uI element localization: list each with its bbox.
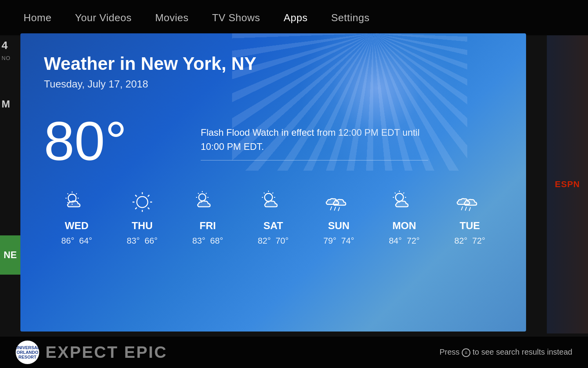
forecast-wed-temps: 86° 64° <box>61 236 92 246</box>
nav-your-videos[interactable]: Your Videos <box>75 12 131 24</box>
forecast-fri-temps: 83° 68° <box>192 236 223 246</box>
svg-line-16 <box>148 208 149 209</box>
svg-line-28 <box>272 193 273 193</box>
bottom-bar: UNIVERSALORLANDORESORT EXPECT EPIC Press… <box>0 337 588 368</box>
svg-point-17 <box>199 194 206 201</box>
green-strip: NE <box>0 235 20 275</box>
side-right-panel: ESPN <box>547 35 588 333</box>
nav-settings[interactable]: Settings <box>331 12 370 24</box>
forecast-sun-day: SUN <box>328 220 350 232</box>
svg-line-15 <box>135 208 137 209</box>
forecast-thu-icon <box>125 188 160 216</box>
bottom-left: UNIVERSALORLANDORESORT EXPECT EPIC <box>16 341 167 364</box>
nav-movies[interactable]: Movies <box>155 12 189 24</box>
svg-line-14 <box>148 195 149 197</box>
svg-line-6 <box>76 193 77 194</box>
current-temperature: 80° <box>44 114 169 169</box>
svg-line-38 <box>461 207 463 210</box>
forecast-sun-icon <box>321 188 356 216</box>
forecast-mon-temps: 84° 72° <box>389 236 420 246</box>
svg-line-29 <box>330 207 332 210</box>
forecast-thu-day: THU <box>132 220 152 232</box>
left-panel-sub: NO <box>2 55 11 61</box>
top-nav: Home Your Videos Movies TV Shows Apps Se… <box>0 0 588 35</box>
svg-line-31 <box>338 208 339 211</box>
press-label: Press <box>439 348 459 356</box>
svg-line-30 <box>334 207 336 210</box>
left-panel-letter: M <box>2 98 10 110</box>
weather-location: Weather in New York, NY <box>44 53 503 74</box>
weather-card: Weather in New York, NY Tuesday, July 17… <box>20 33 526 332</box>
forecast-tue-icon <box>452 188 487 216</box>
forecast-mon: MON 84° 72° <box>372 188 437 246</box>
forecast-mon-icon <box>387 188 422 216</box>
alert-text: Flash Flood Watch in effect from 12:00 P… <box>201 126 428 154</box>
svg-point-23 <box>265 193 272 201</box>
forecast-tue-day: TUE <box>459 220 480 232</box>
forecast-tue: TUE 82° 72° <box>437 188 503 246</box>
svg-point-8 <box>137 197 148 208</box>
svg-line-40 <box>469 208 470 211</box>
alert-divider <box>201 160 428 160</box>
forecast-fri: FRI 83° 68° <box>175 188 240 246</box>
forecast-sun: SUN 79° 74° <box>306 188 372 246</box>
weather-alert: Flash Flood Watch in effect from 12:00 P… <box>201 126 428 160</box>
espn-logo: ESPN <box>555 179 580 189</box>
nav-tv-shows[interactable]: TV Shows <box>212 12 260 24</box>
forecast-fri-icon <box>190 188 225 216</box>
nav-apps[interactable]: Apps <box>284 12 308 24</box>
svg-line-21 <box>198 193 199 194</box>
universal-logo-text: UNIVERSALORLANDORESORT <box>16 345 39 359</box>
svg-line-37 <box>403 193 404 193</box>
forecast-sat-icon <box>256 188 291 216</box>
universal-logo: UNIVERSALORLANDORESORT <box>16 341 39 364</box>
svg-line-13 <box>135 195 137 197</box>
forecast-wed: WED 86° 64° <box>44 188 109 246</box>
expect-epic-tagline: EXPECT EPIC <box>45 343 167 362</box>
menu-button-icon: ≡ <box>462 348 470 357</box>
forecast-sat-day: SAT <box>263 220 283 232</box>
forecast-sun-temps: 79° 74° <box>323 236 354 246</box>
svg-line-36 <box>395 193 396 193</box>
svg-line-7 <box>67 202 68 203</box>
svg-line-39 <box>465 207 466 210</box>
svg-line-5 <box>67 193 68 194</box>
forecast-thu: THU 83° 66° <box>109 188 175 246</box>
weather-date: Tuesday, July 17, 2018 <box>44 78 503 90</box>
left-panel-number: 4 <box>2 39 8 52</box>
press-action-label: to see search results instead <box>472 348 572 356</box>
forecast-wed-day: WED <box>65 220 89 232</box>
svg-point-32 <box>396 193 403 201</box>
svg-line-22 <box>206 193 207 194</box>
ne-label: NE <box>4 250 16 261</box>
svg-line-27 <box>264 193 265 193</box>
forecast-sat-temps: 82° 70° <box>258 236 289 246</box>
press-hint: Press ≡ to see search results instead <box>439 348 572 357</box>
nav-home[interactable]: Home <box>24 12 51 24</box>
forecast-fri-day: FRI <box>200 220 216 232</box>
forecast-wed-icon <box>59 188 94 216</box>
forecast-thu-temps: 83° 66° <box>127 236 158 246</box>
forecast-tue-temps: 82° 72° <box>454 236 485 246</box>
weather-main-row: 80° Flash Flood Watch in effect from 12:… <box>44 114 503 169</box>
forecast-sat: SAT 82° 70° <box>240 188 306 246</box>
forecast-mon-day: MON <box>392 220 416 232</box>
forecast-row: WED 86° 64° THU <box>44 188 503 246</box>
